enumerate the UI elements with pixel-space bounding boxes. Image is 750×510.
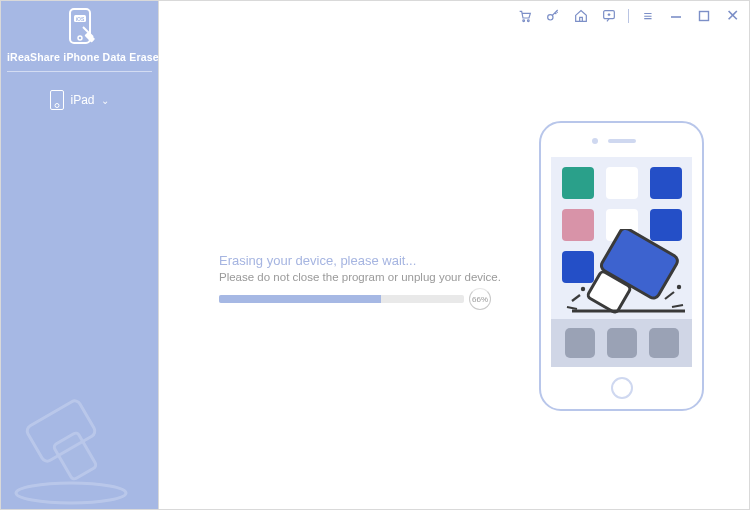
product-logo-icon: iOS [65,7,95,47]
svg-text:iOS: iOS [75,16,84,22]
sidebar: iOS iReaShare iPhone Data Eraser iPad ⌄ [1,1,159,510]
app-tile [650,209,682,241]
device-selector[interactable]: iPad ⌄ [1,90,158,110]
app-tile [606,167,638,199]
progress-fill [219,295,381,303]
phone-screen [551,157,692,367]
progress-bar [219,295,464,303]
product-name: iReaShare iPhone Data Eraser [7,51,152,63]
app-tile [562,209,594,241]
main-content: Erasing your device, please wait... Plea… [159,1,749,509]
app-grid [561,167,682,283]
tablet-icon [50,90,64,110]
app-tile [562,251,594,283]
erase-warning-text: Please do not close the program or unplu… [219,271,501,283]
product-logo-box: iOS iReaShare iPhone Data Eraser [7,1,152,72]
device-label: iPad [70,93,94,107]
eraser-watermark-icon [1,371,159,510]
svg-point-1 [78,36,82,40]
svg-point-5 [16,483,126,503]
app-tile [562,167,594,199]
dock-tile [607,328,637,358]
phone-speaker-icon [608,139,636,143]
app-tile [606,209,638,241]
app-tile [650,167,682,199]
phone-camera-icon [592,138,598,144]
erase-status-text: Erasing your device, please wait... [219,253,416,268]
chevron-down-icon: ⌄ [101,95,109,106]
dock-tile [649,328,679,358]
dock-tile [565,328,595,358]
device-illustration [539,121,704,411]
progress-percent-label: 66% [472,295,488,304]
phone-dock [551,319,692,367]
phone-home-button-icon [611,377,633,399]
svg-rect-7 [53,432,97,481]
progress-percent-badge: 66% [469,288,491,310]
